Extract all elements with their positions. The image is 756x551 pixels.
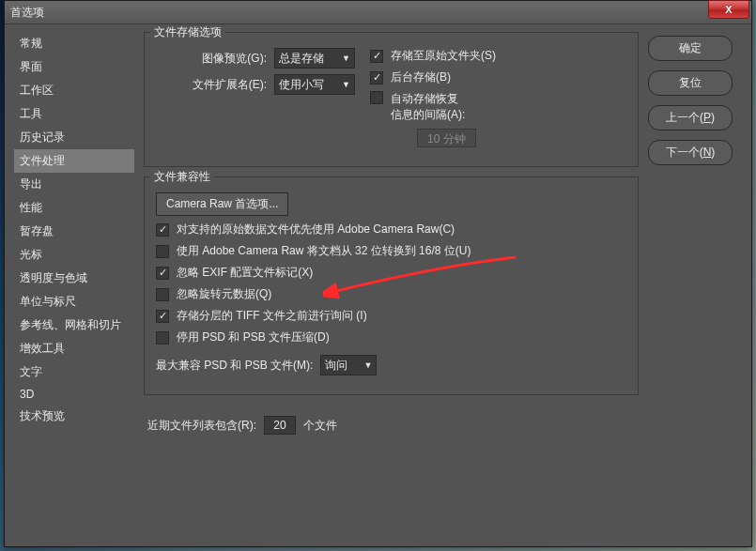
chevron-down-icon: ▼ xyxy=(342,54,350,63)
next-button[interactable]: 下一个(N) xyxy=(648,140,733,165)
preferences-dialog: 首选项 X 常规 界面 工作区 工具 历史记录 文件处理 导出 性能 暂存盘 光… xyxy=(4,0,752,547)
max-compat-label: 最大兼容 PSD 和 PSB 文件(M): xyxy=(156,358,313,374)
recent-files-input[interactable] xyxy=(264,416,296,435)
prefer-acr-label: 对支持的原始数据文件优先使用 Adobe Camera Raw(C) xyxy=(177,222,455,237)
disable-psd-compress-checkbox[interactable] xyxy=(156,331,169,344)
sidebar-item-plugins[interactable]: 增效工具 xyxy=(14,337,134,360)
recent-files-label: 近期文件列表包含(R): xyxy=(147,418,256,434)
sidebar-item-cursors[interactable]: 光标 xyxy=(14,243,134,267)
dialog-buttons: 确定 复位 上一个(P) 下一个(N) xyxy=(648,32,742,539)
sidebar-item-tools[interactable]: 工具 xyxy=(14,102,134,126)
chevron-down-icon: ▼ xyxy=(342,80,350,89)
sidebar-item-file-handling[interactable]: 文件处理 xyxy=(14,149,134,173)
compatibility-group: 文件兼容性 Camera Raw 首选项... 对支持的原始数据文件优先使用 A… xyxy=(144,176,639,395)
convert-32-checkbox[interactable] xyxy=(156,245,169,258)
ok-button[interactable]: 确定 xyxy=(648,36,733,61)
max-compat-select[interactable]: 询问 ▼ xyxy=(320,355,377,375)
auto-save-interval: 10 分钟 xyxy=(417,129,476,147)
chevron-down-icon: ▼ xyxy=(363,360,372,370)
prefer-acr-checkbox[interactable] xyxy=(156,223,169,237)
prev-button[interactable]: 上一个(P) xyxy=(648,105,733,130)
convert-32-label: 使用 Adobe Camera Raw 将文档从 32 位转换到 16/8 位(… xyxy=(177,243,471,259)
sidebar-item-performance[interactable]: 性能 xyxy=(14,196,134,220)
camera-raw-prefs-button[interactable]: Camera Raw 首选项... xyxy=(156,192,288,216)
ext-case-select[interactable]: 使用小写 ▼ xyxy=(274,74,355,95)
sidebar-item-scratch[interactable]: 暂存盘 xyxy=(14,220,134,243)
ext-case-label: 文件扩展名(E): xyxy=(156,77,267,93)
disable-psd-compress-label: 停用 PSD 和 PSB 文件压缩(D) xyxy=(177,329,330,345)
titlebar[interactable]: 首选项 X xyxy=(5,1,751,24)
category-sidebar: 常规 界面 工作区 工具 历史记录 文件处理 导出 性能 暂存盘 光标 透明度与… xyxy=(14,32,134,539)
file-saving-legend: 文件存储选项 xyxy=(150,24,225,40)
sidebar-item-general[interactable]: 常规 xyxy=(14,32,134,55)
file-saving-group: 文件存储选项 图像预览(G): 总是存储 ▼ 文件扩展名(E): xyxy=(144,32,639,167)
image-preview-select[interactable]: 总是存储 ▼ xyxy=(274,48,355,69)
sidebar-item-history[interactable]: 历史记录 xyxy=(14,126,134,149)
sidebar-item-3d[interactable]: 3D xyxy=(14,384,134,405)
sidebar-item-workspace[interactable]: 工作区 xyxy=(14,79,134,102)
ignore-rotation-label: 忽略旋转元数据(Q) xyxy=(177,286,271,302)
save-original-label: 存储至原始文件夹(S) xyxy=(391,48,496,64)
ignore-exif-label: 忽略 EXIF 配置文件标记(X) xyxy=(177,265,313,281)
sidebar-item-interface[interactable]: 界面 xyxy=(14,55,134,79)
sidebar-item-type[interactable]: 文字 xyxy=(14,360,134,384)
ask-tiff-checkbox[interactable] xyxy=(156,310,169,323)
sidebar-item-transparency[interactable]: 透明度与色域 xyxy=(14,267,134,290)
window-title: 首选项 xyxy=(10,5,746,21)
main-panel: 文件存储选项 图像预览(G): 总是存储 ▼ 文件扩展名(E): xyxy=(144,32,639,539)
ask-tiff-label: 存储分层的 TIFF 文件之前进行询问 (I) xyxy=(177,308,367,324)
save-background-checkbox[interactable] xyxy=(370,71,383,84)
sidebar-item-tech-preview[interactable]: 技术预览 xyxy=(14,405,134,428)
save-original-checkbox[interactable] xyxy=(370,50,383,63)
close-icon: X xyxy=(725,4,732,15)
recent-files-suffix: 个文件 xyxy=(303,418,337,434)
sidebar-item-guides[interactable]: 参考线、网格和切片 xyxy=(14,314,134,337)
ignore-rotation-checkbox[interactable] xyxy=(156,288,169,301)
sidebar-item-units[interactable]: 单位与标尺 xyxy=(14,290,134,314)
auto-save-checkbox[interactable] xyxy=(370,91,383,104)
reset-button[interactable]: 复位 xyxy=(648,70,733,96)
auto-save-label: 自动存储恢复 xyxy=(391,91,465,107)
close-button[interactable]: X xyxy=(708,0,749,19)
save-background-label: 后台存储(B) xyxy=(391,69,451,85)
auto-save-sub: 信息的间隔(A): xyxy=(391,107,465,123)
compatibility-legend: 文件兼容性 xyxy=(150,169,214,185)
image-preview-label: 图像预览(G): xyxy=(156,51,267,67)
sidebar-item-export[interactable]: 导出 xyxy=(14,173,134,196)
ignore-exif-checkbox[interactable] xyxy=(156,267,169,280)
